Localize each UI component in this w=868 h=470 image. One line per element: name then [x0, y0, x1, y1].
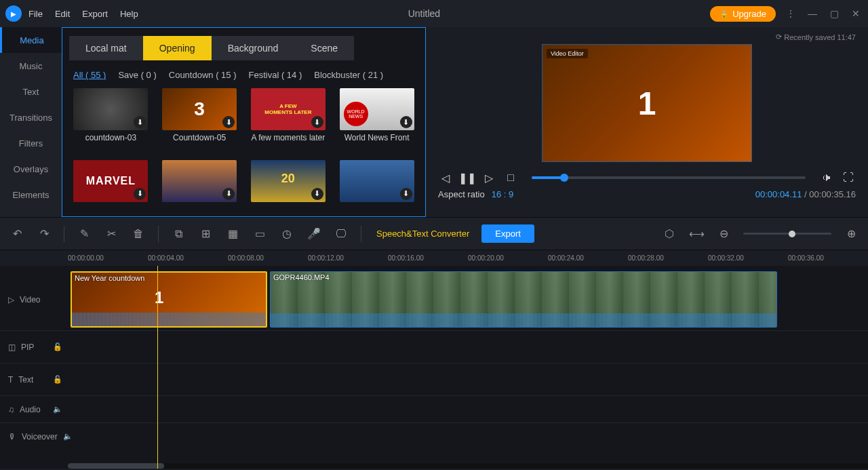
app-logo-icon: [5, 5, 22, 22]
pause-button[interactable]: ❚❚: [460, 170, 475, 185]
time-ruler[interactable]: 00:00:00.00 00:00:04.00 00:00:08.00 00:0…: [0, 250, 868, 266]
seek-slider[interactable]: [532, 176, 806, 179]
sidebar-tab-transitions[interactable]: Transitions: [0, 104, 62, 130]
pip-icon: ◫: [8, 342, 16, 352]
lock-icon: [719, 9, 729, 19]
stop-button[interactable]: □: [503, 170, 518, 185]
lock-track-icon[interactable]: 🔓: [53, 375, 62, 384]
asset-thumb[interactable]: ⬇: [340, 160, 414, 202]
asset-thumb[interactable]: A FEW MOMENTS LATER⬇: [251, 88, 326, 130]
menu-export[interactable]: Export: [82, 9, 108, 19]
asset-thumb[interactable]: ⬇: [162, 160, 237, 202]
sidebar-tab-overlays[interactable]: Overlays: [0, 156, 62, 182]
cut-icon[interactable]: ✂: [104, 227, 119, 240]
marker-icon[interactable]: ⬡: [662, 227, 677, 240]
clip-countdown[interactable]: New Year countdown 1: [71, 271, 267, 328]
download-icon[interactable]: ⬇: [311, 116, 323, 128]
aspect-value[interactable]: 16 : 9: [492, 189, 514, 199]
cat-countdown[interactable]: Countdown ( 15 ): [169, 70, 237, 80]
save-status: ⟳Recently saved 11:47: [438, 33, 856, 41]
category-row: All ( 55 ) Save ( 0 ) Countdown ( 15 ) F…: [62, 60, 425, 85]
menu-help[interactable]: Help: [120, 9, 138, 19]
seek-thumb[interactable]: [560, 174, 568, 182]
mute-icon[interactable]: 🔈: [53, 405, 62, 414]
menu-edit[interactable]: Edit: [55, 9, 70, 19]
asset-thumb[interactable]: MARVEL⬇: [73, 160, 148, 202]
waveform: [72, 313, 266, 326]
mat-tab-background[interactable]: Background: [212, 36, 295, 60]
zoom-in-icon[interactable]: ⊕: [844, 227, 859, 240]
mic-icon[interactable]: 🎤: [307, 227, 321, 240]
screen-icon[interactable]: 🖵: [334, 228, 349, 240]
edit-icon[interactable]: ✎: [77, 227, 92, 240]
scrollbar-handle[interactable]: [68, 463, 164, 469]
prev-frame-button[interactable]: ◁: [438, 170, 453, 185]
sidebar-tab-media[interactable]: Media: [0, 27, 62, 53]
asset-thumb[interactable]: WORLDNEWS⬇: [340, 88, 414, 130]
asset-thumb[interactable]: 20⬇: [251, 160, 326, 202]
download-icon[interactable]: ⬇: [400, 116, 412, 128]
redo-icon[interactable]: ↷: [37, 227, 52, 240]
cat-all[interactable]: All ( 55 ): [73, 70, 106, 80]
asset-thumb[interactable]: ⬇: [73, 88, 148, 130]
more-icon[interactable]: ⋮: [784, 8, 797, 19]
fullscreen-icon[interactable]: ⛶: [841, 170, 856, 185]
maximize-button[interactable]: ▢: [827, 8, 841, 19]
sidebar-tabs: Media Music Text Transitions Filters Ove…: [0, 27, 62, 217]
download-icon[interactable]: ⬇: [400, 188, 412, 200]
video-icon: ▷: [8, 295, 14, 305]
download-icon[interactable]: ⬇: [222, 188, 235, 200]
download-icon[interactable]: ⬇: [134, 188, 146, 200]
zoom-out-icon[interactable]: ⊖: [716, 227, 731, 240]
mosaic-icon[interactable]: ⊞: [198, 227, 213, 240]
delete-icon[interactable]: 🗑: [131, 228, 146, 240]
lock-track-icon[interactable]: 🔓: [53, 342, 62, 351]
mat-tab-scene[interactable]: Scene: [294, 36, 354, 60]
crop-icon[interactable]: ⧉: [171, 228, 186, 240]
zoom-thumb[interactable]: [789, 231, 795, 237]
export-button[interactable]: Export: [481, 224, 534, 243]
download-icon[interactable]: ⬇: [134, 116, 146, 128]
asset-thumb[interactable]: 3⬇: [162, 88, 237, 130]
text-icon: T: [8, 375, 13, 385]
grid-icon[interactable]: ▦: [225, 227, 240, 240]
minimize-button[interactable]: —: [806, 8, 819, 19]
sidebar-tab-text[interactable]: Text: [0, 79, 62, 104]
clip-label: New Year countdown: [75, 274, 144, 282]
media-panel: Local mat Opening Background Scene All (…: [62, 27, 426, 217]
undo-icon[interactable]: ↶: [9, 227, 24, 240]
speech-text-button[interactable]: Speech&Text Converter: [376, 229, 469, 239]
menubar: File Edit Export Help: [28, 9, 138, 19]
close-button[interactable]: ✕: [849, 8, 863, 19]
fit-icon[interactable]: ⟷: [689, 227, 704, 240]
playhead[interactable]: [157, 266, 158, 469]
clip-gopro[interactable]: GOPR4460.MP4: [270, 271, 777, 328]
download-icon[interactable]: ⬇: [222, 116, 235, 128]
next-frame-button[interactable]: ▷: [481, 170, 496, 185]
menu-file[interactable]: File: [28, 9, 43, 19]
sidebar-tab-elements[interactable]: Elements: [0, 182, 62, 208]
horizontal-scrollbar[interactable]: [68, 463, 868, 469]
titlebar: File Edit Export Help Untitled Upgrade ⋮…: [0, 0, 868, 27]
freeze-icon[interactable]: ▭: [252, 227, 267, 240]
cat-save[interactable]: Save ( 0 ): [118, 70, 156, 80]
time-current: 00:00:04.11: [755, 189, 802, 199]
volume-icon[interactable]: 🕩: [819, 170, 834, 185]
mat-tab-opening[interactable]: Opening: [143, 36, 212, 60]
zoom-slider[interactable]: [743, 233, 831, 235]
track-voiceover: 🎙Voiceover🔈: [0, 423, 868, 450]
cat-blockbuster[interactable]: Blockbuster ( 21 ): [314, 70, 383, 80]
timeline-tracks: ▷Video New Year countdown 1 GOPR4460.MP4…: [0, 266, 868, 469]
asset-label: Countdown-05: [173, 133, 226, 142]
sidebar-tab-music[interactable]: Music: [0, 53, 62, 79]
sidebar-tab-filters[interactable]: Filters: [0, 130, 62, 156]
duration-icon[interactable]: ◷: [279, 227, 294, 240]
preview-player[interactable]: Video Editor: [542, 44, 752, 162]
watermark: Video Editor: [547, 49, 588, 58]
audio-icon: ♫: [8, 405, 14, 414]
download-icon[interactable]: ⬇: [311, 188, 323, 200]
cat-festival[interactable]: Festival ( 14 ): [249, 70, 302, 80]
asset-grid: ⬇countdown-03 3⬇Countdown-05 A FEW MOMEN…: [62, 85, 425, 216]
upgrade-button[interactable]: Upgrade: [710, 6, 776, 22]
mat-tab-local[interactable]: Local mat: [69, 36, 143, 60]
